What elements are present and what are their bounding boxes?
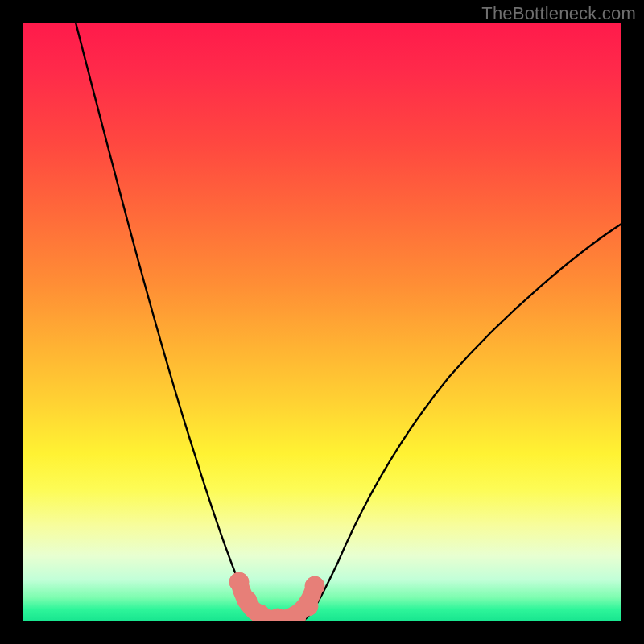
chart-svg bbox=[23, 23, 621, 621]
curve-right-branch bbox=[304, 224, 621, 620]
curve-left-branch bbox=[76, 23, 262, 620]
watermark-text: TheBottleneck.com bbox=[481, 3, 636, 24]
bottom-marker-group bbox=[229, 572, 324, 621]
marker-connector bbox=[239, 582, 315, 620]
chart-plot-area bbox=[23, 23, 621, 621]
